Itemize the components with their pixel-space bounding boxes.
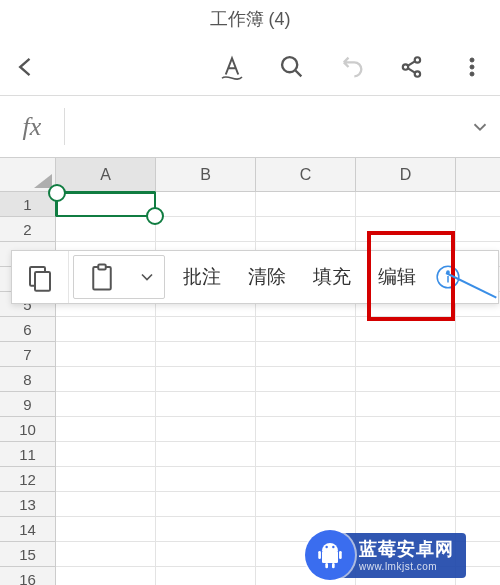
cell[interactable]	[456, 317, 500, 342]
cell[interactable]	[356, 417, 456, 442]
cell[interactable]	[456, 217, 500, 242]
row-header-10[interactable]: 10	[0, 417, 56, 442]
cell[interactable]	[356, 367, 456, 392]
clear-button[interactable]: 清除	[234, 251, 299, 303]
cell[interactable]	[56, 542, 156, 567]
cell[interactable]	[56, 567, 156, 585]
cell[interactable]	[156, 542, 256, 567]
column-header-partial[interactable]	[456, 158, 500, 192]
more-options-button[interactable]	[456, 51, 488, 83]
formula-expand-button[interactable]	[460, 116, 500, 138]
app-header: 工作簿 (4)	[0, 0, 500, 96]
cell[interactable]	[156, 367, 256, 392]
row-header-8[interactable]: 8	[0, 367, 56, 392]
cell[interactable]	[256, 217, 356, 242]
formula-bar: fx	[0, 96, 500, 158]
paste-options-button[interactable]	[130, 267, 164, 287]
cell[interactable]	[356, 217, 456, 242]
cell[interactable]	[156, 467, 256, 492]
cell[interactable]	[56, 342, 156, 367]
cell[interactable]	[456, 192, 500, 217]
row-header-9[interactable]: 9	[0, 392, 56, 417]
fx-label[interactable]: fx	[0, 112, 64, 142]
cell[interactable]	[156, 567, 256, 585]
cell[interactable]	[456, 492, 500, 517]
share-icon	[399, 54, 425, 80]
undo-button[interactable]	[336, 51, 368, 83]
cell[interactable]	[256, 492, 356, 517]
cell[interactable]	[256, 417, 356, 442]
column-header-C[interactable]: C	[256, 158, 356, 192]
document-title-row: 工作簿 (4)	[0, 0, 500, 38]
cell[interactable]	[256, 192, 356, 217]
cell[interactable]	[156, 492, 256, 517]
cell[interactable]	[156, 392, 256, 417]
cell[interactable]	[56, 492, 156, 517]
cell[interactable]	[356, 317, 456, 342]
column-header-A[interactable]: A	[56, 158, 156, 192]
cell[interactable]	[356, 467, 456, 492]
row-header-13[interactable]: 13	[0, 492, 56, 517]
selection-handle-bottom-right[interactable]	[146, 207, 164, 225]
cell[interactable]	[156, 442, 256, 467]
fill-button[interactable]: 填充	[299, 251, 364, 303]
cell[interactable]	[456, 367, 500, 392]
font-style-button[interactable]	[216, 51, 248, 83]
row-header-11[interactable]: 11	[0, 442, 56, 467]
cell[interactable]	[256, 442, 356, 467]
watermark-badge: 蓝莓安卓网 www.lmkjst.com	[305, 530, 466, 580]
cell[interactable]	[356, 342, 456, 367]
cell[interactable]	[456, 417, 500, 442]
back-button[interactable]	[10, 51, 42, 83]
cell[interactable]	[256, 467, 356, 492]
column-header-D[interactable]: D	[356, 158, 456, 192]
row-header-15[interactable]: 15	[0, 542, 56, 567]
svg-rect-17	[332, 563, 335, 568]
cell[interactable]	[256, 317, 356, 342]
select-all-corner[interactable]	[0, 158, 56, 192]
search-button[interactable]	[276, 51, 308, 83]
row-header-2[interactable]: 2	[0, 217, 56, 242]
cell[interactable]	[56, 517, 156, 542]
cell[interactable]	[156, 317, 256, 342]
cell[interactable]	[56, 367, 156, 392]
row-header-14[interactable]: 14	[0, 517, 56, 542]
cell[interactable]	[56, 317, 156, 342]
cell[interactable]	[56, 217, 156, 242]
cell[interactable]	[256, 392, 356, 417]
cell[interactable]	[456, 467, 500, 492]
info-button[interactable]	[429, 251, 467, 303]
cell[interactable]	[456, 392, 500, 417]
edit-button[interactable]: 编辑	[364, 251, 429, 303]
copy-button[interactable]	[12, 251, 69, 303]
cell[interactable]	[456, 342, 500, 367]
cell[interactable]	[156, 417, 256, 442]
share-button[interactable]	[396, 51, 428, 83]
cell[interactable]	[156, 342, 256, 367]
cell[interactable]	[56, 467, 156, 492]
cell[interactable]	[56, 417, 156, 442]
cell[interactable]	[156, 192, 256, 217]
formula-input[interactable]	[65, 96, 460, 157]
cell[interactable]	[356, 192, 456, 217]
row-header-16[interactable]: 16	[0, 567, 56, 585]
cell[interactable]	[356, 392, 456, 417]
cell[interactable]	[156, 217, 256, 242]
row-header-6[interactable]: 6	[0, 317, 56, 342]
selection-handle-top-left[interactable]	[48, 184, 66, 202]
cell[interactable]	[256, 342, 356, 367]
cell[interactable]	[56, 392, 156, 417]
cell[interactable]	[56, 192, 156, 217]
cell[interactable]	[356, 492, 456, 517]
column-header-B[interactable]: B	[156, 158, 256, 192]
cell[interactable]	[456, 442, 500, 467]
row-header-12[interactable]: 12	[0, 467, 56, 492]
cell[interactable]	[56, 442, 156, 467]
annotate-button[interactable]: 批注	[169, 251, 234, 303]
paste-button[interactable]	[74, 262, 130, 292]
row-header-7[interactable]: 7	[0, 342, 56, 367]
cell[interactable]	[256, 367, 356, 392]
cell[interactable]	[356, 442, 456, 467]
cell[interactable]	[156, 517, 256, 542]
svg-rect-8	[35, 272, 50, 291]
